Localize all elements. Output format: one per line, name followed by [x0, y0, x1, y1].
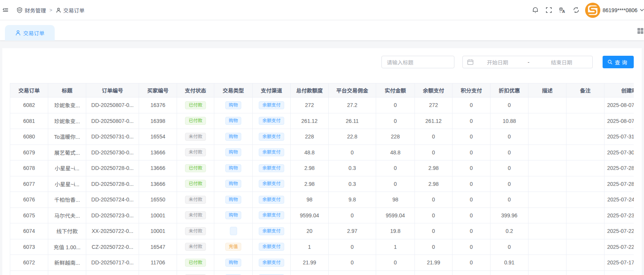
- svg-text:A: A: [562, 9, 565, 13]
